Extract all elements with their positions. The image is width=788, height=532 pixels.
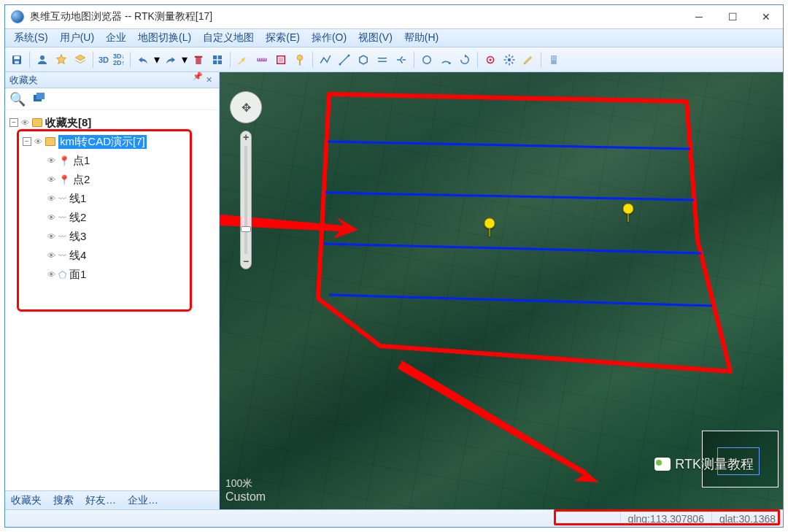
cascade-windows-icon[interactable] bbox=[33, 92, 47, 107]
menu-help[interactable]: 帮助(H) bbox=[400, 30, 443, 46]
svg-rect-4 bbox=[196, 58, 201, 64]
svg-point-26 bbox=[449, 62, 451, 64]
save-icon[interactable] bbox=[8, 51, 26, 69]
svg-point-25 bbox=[423, 55, 431, 63]
close-panel-icon[interactable]: ✕ bbox=[204, 75, 215, 85]
edge-icon[interactable] bbox=[336, 51, 353, 69]
tree-item-point2[interactable]: 👁📍点2 bbox=[23, 170, 219, 189]
tree-item-line3[interactable]: 👁〰线3 bbox=[23, 227, 219, 246]
svg-point-40 bbox=[623, 204, 633, 214]
pin-icon[interactable]: 📌 bbox=[190, 72, 204, 89]
svg-rect-8 bbox=[213, 60, 217, 63]
side-toolbar: 🔍 bbox=[5, 88, 219, 110]
svg-rect-1 bbox=[14, 55, 20, 59]
ruler-icon[interactable] bbox=[253, 51, 271, 69]
svg-marker-38 bbox=[398, 361, 599, 482]
tree-item-line1[interactable]: 👁〰线1 bbox=[23, 189, 219, 208]
survey-line bbox=[325, 193, 694, 200]
menu-custom-map[interactable]: 自定义地图 bbox=[198, 30, 258, 46]
tree-item-line2[interactable]: 👁〰线2 bbox=[23, 208, 219, 227]
survey-line bbox=[329, 295, 712, 306]
menu-view[interactable]: 视图(V) bbox=[354, 30, 397, 46]
menu-user[interactable]: 用户(U) bbox=[55, 30, 98, 46]
zoom-in-button[interactable]: + bbox=[243, 131, 249, 144]
map-viewport[interactable]: ✥ + − 100米 Custom RTK测量教程 bbox=[220, 72, 783, 509]
tab-favorites[interactable]: 收藏夹 bbox=[5, 494, 47, 507]
search-icon[interactable]: 🔍 bbox=[9, 91, 26, 107]
line-icon: 〰 bbox=[58, 213, 66, 222]
menu-map-switch[interactable]: 地图切换(L) bbox=[134, 30, 196, 46]
trash-icon[interactable] bbox=[190, 51, 207, 69]
svg-point-21 bbox=[339, 63, 341, 65]
watermark-text: RTK测量教程 bbox=[675, 455, 754, 473]
polygon-icon[interactable] bbox=[355, 51, 372, 69]
toggle-3d2d-button[interactable]: 3D↓2D↑ bbox=[112, 53, 126, 66]
close-button[interactable]: ✕ bbox=[760, 10, 773, 23]
line-icon: 〰 bbox=[58, 194, 66, 203]
tree-item-line4[interactable]: 👁〰线4 bbox=[23, 246, 219, 265]
visibility-icon[interactable]: 👁 bbox=[21, 118, 29, 127]
user-icon[interactable] bbox=[34, 51, 51, 69]
merge-icon[interactable] bbox=[393, 51, 410, 69]
status-latitude: glat:30.1368 bbox=[711, 510, 783, 527]
svg-rect-30 bbox=[551, 55, 557, 64]
watermark: RTK测量教程 bbox=[654, 455, 754, 473]
svg-rect-5 bbox=[195, 55, 203, 57]
survey-line bbox=[328, 142, 690, 149]
zoom-slider-thumb[interactable] bbox=[241, 226, 251, 232]
zoom-slider-track[interactable] bbox=[244, 146, 247, 254]
redo-dropdown[interactable]: ▾ bbox=[181, 51, 188, 69]
offset-icon[interactable] bbox=[374, 51, 391, 69]
svg-rect-36 bbox=[36, 93, 45, 99]
tree-root-label: 收藏夹[8] bbox=[45, 116, 91, 130]
tab-enterprise[interactable]: 企业… bbox=[122, 494, 164, 507]
building-icon[interactable] bbox=[545, 51, 563, 69]
arc-icon[interactable] bbox=[437, 51, 455, 69]
favorites-tree[interactable]: − 👁 收藏夹[8] − 👁 kml转CAD演示[7] 👁📍点1 bbox=[5, 110, 219, 490]
draw-point-icon[interactable] bbox=[234, 51, 252, 69]
map-marker-point[interactable] bbox=[621, 202, 636, 225]
area-icon[interactable] bbox=[272, 51, 290, 69]
pushpin-icon: 📍 bbox=[58, 174, 70, 185]
status-longitude: glng:113.307806 bbox=[620, 510, 711, 527]
side-panel-title-bar: 收藏夹 📌 ✕ bbox=[5, 72, 219, 88]
circle-icon[interactable] bbox=[418, 51, 436, 69]
minimize-button[interactable]: ─ bbox=[692, 10, 706, 23]
polyline-icon[interactable] bbox=[317, 51, 334, 69]
grid-icon[interactable] bbox=[209, 51, 226, 69]
visibility-icon[interactable]: 👁 bbox=[34, 137, 42, 146]
line-icon: 〰 bbox=[58, 232, 66, 241]
redo-icon[interactable] bbox=[162, 51, 179, 69]
menu-enterprise[interactable]: 企业 bbox=[101, 30, 131, 46]
tab-friends[interactable]: 好友… bbox=[80, 494, 122, 507]
target-icon[interactable] bbox=[482, 51, 499, 69]
collapse-icon[interactable]: − bbox=[23, 137, 31, 146]
svg-point-28 bbox=[490, 58, 492, 61]
rotate-icon[interactable] bbox=[456, 51, 474, 69]
star-icon[interactable] bbox=[53, 51, 70, 69]
menu-operate[interactable]: 操作(O) bbox=[307, 30, 351, 46]
titlebar: 奥维互动地图浏览器 -- RTK测量教程[17] ─ ☐ ✕ bbox=[5, 5, 783, 28]
tree-item-point1[interactable]: 👁📍点1 bbox=[23, 151, 219, 170]
zoom-control[interactable]: + − bbox=[240, 131, 252, 269]
menu-system[interactable]: 系统(S) bbox=[9, 30, 53, 46]
undo-dropdown[interactable]: ▾ bbox=[153, 51, 161, 69]
tab-search[interactable]: 搜索 bbox=[47, 494, 80, 507]
map-marker-point[interactable] bbox=[482, 217, 497, 240]
svg-rect-18 bbox=[279, 58, 283, 62]
undo-icon[interactable] bbox=[134, 51, 152, 69]
maximize-button[interactable]: ☐ bbox=[726, 10, 739, 23]
edit-icon[interactable] bbox=[519, 51, 537, 69]
menu-explore[interactable]: 探索(E) bbox=[261, 30, 304, 46]
collapse-icon[interactable]: − bbox=[9, 118, 18, 127]
view-3d-button[interactable]: 3D bbox=[97, 55, 110, 64]
tree-item-area1[interactable]: 👁⬠面1 bbox=[23, 265, 219, 284]
settings-icon[interactable] bbox=[501, 51, 518, 69]
zoom-out-button[interactable]: − bbox=[243, 255, 249, 269]
layers-icon[interactable] bbox=[72, 51, 89, 69]
pushpin-icon[interactable] bbox=[291, 51, 309, 69]
tree-root-row[interactable]: − 👁 收藏夹[8] bbox=[9, 113, 219, 132]
status-bar: glng:113.307806 glat:30.1368 bbox=[5, 509, 783, 527]
pan-control[interactable]: ✥ bbox=[230, 91, 262, 123]
tree-folder-row[interactable]: − 👁 kml转CAD演示[7] bbox=[23, 132, 219, 151]
